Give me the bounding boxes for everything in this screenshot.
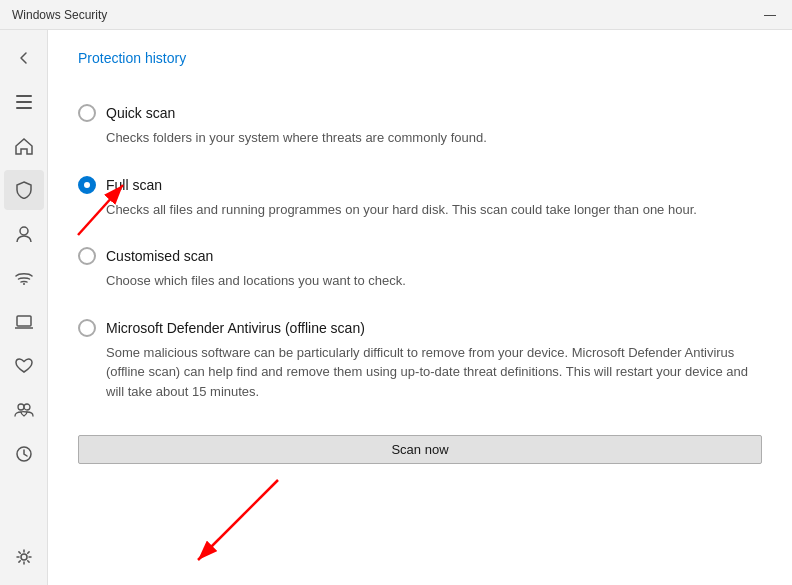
offline-scan-option: Microsoft Defender Antivirus (offline sc… [78, 305, 762, 416]
sidebar-item-network[interactable] [4, 258, 44, 298]
customised-scan-header: Customised scan [78, 247, 762, 265]
full-scan-desc: Checks all files and running programmes … [78, 200, 762, 220]
offline-scan-label: Microsoft Defender Antivirus (offline sc… [106, 320, 365, 336]
customised-scan-radio[interactable] [78, 247, 96, 265]
health-icon [15, 358, 33, 374]
minimize-button[interactable]: — [760, 5, 780, 25]
scan-options: Quick scan Checks folders in your system… [78, 90, 762, 464]
full-scan-header: Full scan [78, 176, 762, 194]
home-icon [15, 137, 33, 155]
history-icon [16, 446, 32, 462]
sidebar-item-menu[interactable] [4, 82, 44, 122]
sidebar-bottom [4, 537, 44, 577]
svg-point-9 [21, 554, 27, 560]
window-controls: — [760, 5, 780, 25]
full-scan-radio[interactable] [78, 176, 96, 194]
customised-scan-option: Customised scan Choose which files and l… [78, 233, 762, 305]
sidebar-item-shield[interactable] [4, 170, 44, 210]
sidebar-item-account[interactable] [4, 214, 44, 254]
breadcrumb[interactable]: Protection history [78, 50, 762, 66]
person-icon [16, 225, 32, 243]
quick-scan-header: Quick scan [78, 104, 762, 122]
svg-rect-1 [16, 101, 32, 103]
shield-icon [16, 181, 32, 199]
full-scan-option: Full scan Checks all files and running p… [78, 162, 762, 234]
quick-scan-option: Quick scan Checks folders in your system… [78, 90, 762, 162]
svg-point-4 [23, 283, 25, 285]
svg-rect-2 [16, 107, 32, 109]
svg-rect-0 [16, 95, 32, 97]
main-content: Protection history [48, 30, 792, 585]
app-body: Protection history [0, 30, 792, 585]
quick-scan-radio[interactable] [78, 104, 96, 122]
quick-scan-desc: Checks folders in your system where thre… [78, 128, 762, 148]
app-title: Windows Security [12, 8, 107, 22]
group-icon [14, 403, 34, 417]
sidebar-item-device[interactable] [4, 302, 44, 342]
wifi-icon [15, 271, 33, 285]
svg-rect-5 [17, 316, 31, 326]
customised-scan-desc: Choose which files and locations you wan… [78, 271, 762, 291]
sidebar-item-history[interactable] [4, 434, 44, 474]
hamburger-icon [16, 95, 32, 109]
svg-line-13 [198, 480, 278, 560]
sidebar-item-back[interactable] [4, 38, 44, 78]
back-icon [16, 50, 32, 66]
svg-point-3 [20, 227, 28, 235]
title-bar: Windows Security — [0, 0, 792, 30]
arrow-scan-now [138, 470, 298, 580]
gear-icon [16, 549, 32, 565]
offline-scan-desc: Some malicious software can be particula… [78, 343, 762, 402]
quick-scan-label: Quick scan [106, 105, 175, 121]
offline-scan-radio[interactable] [78, 319, 96, 337]
offline-scan-header: Microsoft Defender Antivirus (offline sc… [78, 319, 762, 337]
svg-point-6 [18, 404, 24, 410]
sidebar-item-family[interactable] [4, 390, 44, 430]
scan-now-button[interactable]: Scan now [78, 435, 762, 464]
full-scan-label: Full scan [106, 177, 162, 193]
sidebar-item-health[interactable] [4, 346, 44, 386]
sidebar-item-settings[interactable] [4, 537, 44, 577]
sidebar-item-home[interactable] [4, 126, 44, 166]
sidebar [0, 30, 48, 585]
laptop-icon [15, 315, 33, 329]
svg-point-7 [24, 404, 30, 410]
customised-scan-label: Customised scan [106, 248, 213, 264]
